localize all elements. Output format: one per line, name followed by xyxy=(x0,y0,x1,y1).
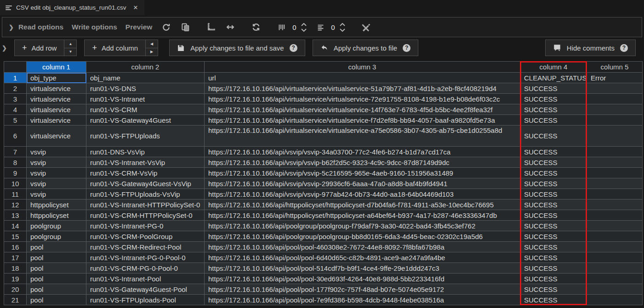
read-options-chevron-icon[interactable]: ❯ xyxy=(9,24,14,31)
row-number[interactable]: 19 xyxy=(4,274,27,284)
cell[interactable]: SUCCESS xyxy=(520,157,587,168)
cell[interactable]: SUCCESS xyxy=(520,231,587,242)
row-number[interactable]: 12 xyxy=(4,200,27,210)
cell[interactable]: https://172.16.10.166/api/virtualservice… xyxy=(205,115,520,125)
cell[interactable] xyxy=(587,147,643,157)
fixed-columns-up-icon[interactable] xyxy=(301,23,307,26)
cell[interactable] xyxy=(587,189,643,200)
cell[interactable]: SUCCESS xyxy=(520,125,587,147)
cell[interactable]: run01-VS-Intranet-PG-0-Pool-0 xyxy=(86,252,205,263)
cell[interactable]: SUCCESS xyxy=(520,200,587,210)
cell[interactable]: SUCCESS xyxy=(520,242,587,252)
cell[interactable]: Error xyxy=(587,73,643,83)
cell[interactable]: run01-VS-CRM-PG-0-Pool-0 xyxy=(86,263,205,274)
cell[interactable]: https://172.16.10.166/api/vsvip/vsvip-34… xyxy=(205,147,520,157)
toggle-readonly-icon[interactable] xyxy=(360,22,371,33)
cell[interactable]: httppolicyset xyxy=(27,200,86,210)
cell[interactable]: run01-VS-CRM xyxy=(86,104,205,115)
cell[interactable]: run01-VS-FTPUploads-Pool xyxy=(86,295,205,305)
cell[interactable]: SUCCESS xyxy=(520,178,587,189)
cell[interactable]: pool xyxy=(27,284,86,295)
cell[interactable] xyxy=(587,157,643,168)
write-options-toggle[interactable]: Write options xyxy=(72,23,117,31)
cell[interactable]: https://172.16.10.166/api/httppolicyset/… xyxy=(205,200,520,210)
cell[interactable]: obj_type xyxy=(27,73,86,83)
cell[interactable]: run01-VS-DNS xyxy=(86,83,205,94)
cell[interactable]: run01-VS-CRM-Redirect-Pool xyxy=(86,242,205,252)
row-number[interactable]: 8 xyxy=(4,157,27,168)
insert-column-right-icon[interactable]: ▶ xyxy=(146,48,158,56)
add-column-button[interactable]: + Add column xyxy=(85,40,145,56)
cell[interactable]: run01-VS-Gateway4Guest-VsVip xyxy=(86,178,205,189)
row-number[interactable]: 4 xyxy=(4,104,27,115)
cell[interactable] xyxy=(587,295,643,305)
fixed-columns-value[interactable]: 0 xyxy=(292,23,296,31)
cell[interactable]: https://172.16.10.166/api/poolgroup/pool… xyxy=(205,221,520,231)
cell[interactable]: run01-DNS-VsVip xyxy=(86,147,205,157)
cell[interactable]: https://172.16.10.166/api/virtualservice… xyxy=(205,104,520,115)
row-number[interactable]: 10 xyxy=(4,178,27,189)
column-header[interactable]: column 4 xyxy=(520,62,587,73)
cell[interactable]: virtualservice xyxy=(27,94,86,104)
row-number[interactable]: 2 xyxy=(4,83,27,94)
apply-button[interactable]: Apply changes to file ? xyxy=(313,40,418,56)
cell[interactable]: run01-VS-Intranet-Pool xyxy=(86,274,205,284)
cell[interactable]: poolgroup xyxy=(27,231,86,242)
cell[interactable] xyxy=(587,210,643,221)
help-icon[interactable]: ? xyxy=(290,44,297,52)
cell[interactable]: https://172.16.10.166/api/virtualservice… xyxy=(205,83,520,94)
cell[interactable]: SUCCESS xyxy=(520,263,587,274)
cell[interactable]: httppolicyset xyxy=(27,210,86,221)
cell[interactable]: https://172.16.10.166/api/virtualservice… xyxy=(205,125,520,147)
cell[interactable] xyxy=(587,200,643,210)
cell[interactable]: run01-VS-CRM-VsVip xyxy=(86,168,205,178)
help-icon[interactable]: ? xyxy=(620,44,628,52)
cell[interactable]: virtualservice xyxy=(27,125,86,147)
column-header[interactable]: column 5 xyxy=(587,62,643,73)
close-icon[interactable]: ✕ xyxy=(133,4,138,11)
fixed-rows-up-icon[interactable] xyxy=(340,23,345,26)
row-number[interactable]: 21 xyxy=(4,295,27,305)
cell[interactable] xyxy=(587,242,643,252)
cell[interactable]: SUCCESS xyxy=(520,295,587,305)
cell[interactable]: url xyxy=(205,73,520,83)
cell[interactable]: https://172.16.10.166/api/pool/pool-4603… xyxy=(205,242,520,252)
preview-toggle[interactable]: Preview xyxy=(125,23,153,31)
cell[interactable]: obj_name xyxy=(86,73,205,83)
row-number[interactable]: 9 xyxy=(4,168,27,178)
cell[interactable]: run01-VS-Gateway4Guest xyxy=(86,115,205,125)
row-number[interactable]: 11 xyxy=(4,189,27,200)
cell[interactable]: run01-VS-Intranet-HTTPPolicySet-0 xyxy=(86,200,205,210)
row-number[interactable]: 18 xyxy=(4,263,27,274)
row-number[interactable]: 5 xyxy=(4,115,27,125)
cell[interactable]: virtualservice xyxy=(27,115,86,125)
cell[interactable]: https://172.16.10.166/api/vsvip/vsvip-5c… xyxy=(205,168,520,178)
cell[interactable]: vsvip xyxy=(27,178,86,189)
column-header[interactable]: column 3 xyxy=(205,62,520,73)
cell[interactable] xyxy=(587,83,643,94)
cell[interactable]: https://172.16.10.166/api/vsvip/vsvip-b6… xyxy=(205,157,520,168)
row-number[interactable]: 20 xyxy=(4,284,27,295)
cell[interactable]: https://172.16.10.166/api/vsvip/vsvip-97… xyxy=(205,189,520,200)
cell[interactable]: https://172.16.10.166/api/pool/pool-7e9f… xyxy=(205,295,520,305)
reset-column-width-icon[interactable] xyxy=(225,22,236,33)
cell[interactable]: https://172.16.10.166/api/pool/pool-6d40… xyxy=(205,252,520,263)
cell[interactable]: https://172.16.10.166/api/pool/pool-30ed… xyxy=(205,274,520,284)
cell[interactable]: https://172.16.10.166/api/virtualservice… xyxy=(205,94,520,104)
cell[interactable]: vsvip xyxy=(27,189,86,200)
cell[interactable]: SUCCESS xyxy=(520,221,587,231)
cell[interactable]: SUCCESS xyxy=(520,147,587,157)
row-number[interactable]: 3 xyxy=(4,94,27,104)
cell[interactable]: SUCCESS xyxy=(520,94,587,104)
row-number[interactable]: 17 xyxy=(4,252,27,263)
apply-and-save-button[interactable]: Apply changes to file and save ? xyxy=(169,40,305,56)
cell[interactable] xyxy=(587,115,643,125)
row-number[interactable]: 1 xyxy=(4,73,27,83)
cell[interactable]: SUCCESS xyxy=(520,83,587,94)
corner-cell[interactable] xyxy=(4,62,27,73)
resize-columns-ruler-icon[interactable] xyxy=(205,22,217,33)
cell[interactable]: run01-VS-Intranet-PG-0 xyxy=(86,221,205,231)
cell[interactable]: CLEANUP_STATUS xyxy=(520,73,587,83)
copy-clipboard-icon[interactable] xyxy=(180,22,191,33)
cell[interactable]: SUCCESS xyxy=(520,274,587,284)
